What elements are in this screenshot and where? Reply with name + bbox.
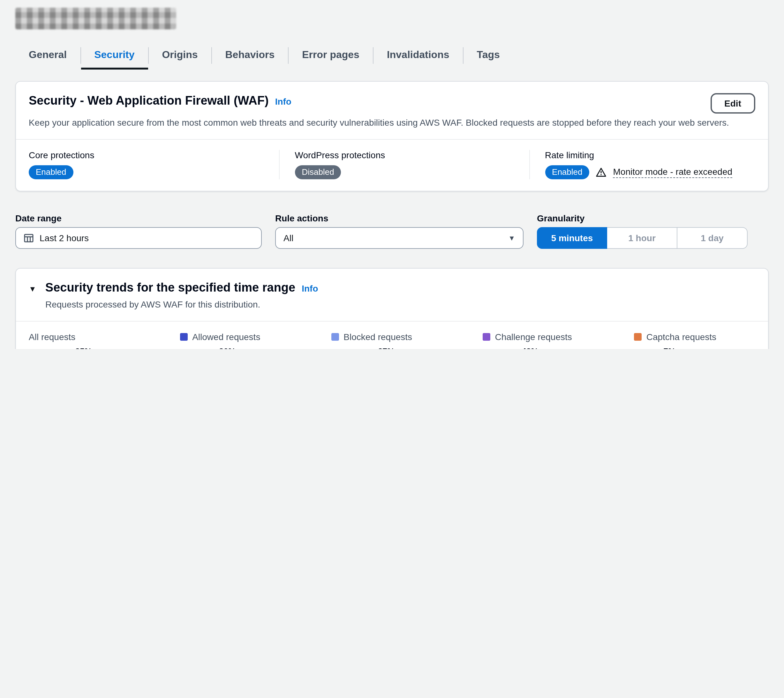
date-range-label: Date range <box>15 213 262 223</box>
metric-all-requests: All requests 2.2K ▲35% <box>29 332 180 349</box>
date-range-value: Last 2 hours <box>40 233 89 243</box>
metric-challenge-requests: Challenge requests 159 ▲42% <box>483 332 634 349</box>
core-protections-status-badge: Enabled <box>29 165 73 179</box>
filters-row: Date range Last 2 hours Rule actions All… <box>15 213 769 249</box>
tab-tags[interactable]: Tags <box>463 41 513 69</box>
tab-behaviors[interactable]: Behaviors <box>212 41 288 69</box>
metric-label: Allowed requests <box>192 332 260 342</box>
wordpress-protections-label: WordPress protections <box>295 150 519 160</box>
tab-invalidations[interactable]: Invalidations <box>373 41 463 69</box>
metric-blocked-requests: Blocked requests 1.3K ▲37% <box>331 332 483 349</box>
rate-limiting: Rate limiting Enabled Monitor mode - rat… <box>529 150 755 179</box>
collapse-caret-icon[interactable]: ▼ <box>29 285 36 293</box>
metric-label: Captcha requests <box>646 332 716 342</box>
rate-limiting-status-badge: Enabled <box>545 165 589 179</box>
rule-actions-value: All <box>284 233 293 243</box>
tab-bar: General Security Origins Behaviors Error… <box>15 41 769 69</box>
allowed-legend-swatch <box>180 333 188 341</box>
wordpress-protections-status-badge: Disabled <box>295 165 341 179</box>
warning-icon <box>596 167 607 177</box>
metric-delta: ▲35% <box>67 346 92 349</box>
granularity-label: Granularity <box>537 213 748 223</box>
rule-actions-filter: Rule actions All ▼ <box>275 213 523 249</box>
waf-info-link[interactable]: Info <box>275 96 291 107</box>
page: General Security Origins Behaviors Error… <box>0 0 784 349</box>
tab-general[interactable]: General <box>15 41 80 69</box>
waf-panel: Security - Web Application Firewall (WAF… <box>15 81 769 191</box>
edit-button[interactable]: Edit <box>710 93 755 114</box>
metric-value: 664 <box>180 346 209 349</box>
granularity-1-hour-button[interactable]: 1 hour <box>607 227 677 249</box>
granularity-filter: Granularity 5 minutes 1 hour 1 day <box>537 213 748 249</box>
metric-delta: ▲30% <box>211 346 236 349</box>
tab-origins[interactable]: Origins <box>149 41 211 69</box>
metric-delta: ▲37% <box>370 346 394 349</box>
rule-actions-label: Rule actions <box>275 213 523 223</box>
blocked-legend-swatch <box>331 333 339 341</box>
metric-label: All requests <box>29 332 75 342</box>
trends-title: Security trends for the specified time r… <box>45 280 295 295</box>
granularity-5-minutes-button[interactable]: 5 minutes <box>537 227 607 249</box>
chevron-down-icon: ▼ <box>508 234 515 242</box>
tab-error-pages[interactable]: Error pages <box>289 41 373 69</box>
header <box>15 8 769 30</box>
challenge-legend-swatch <box>483 333 491 341</box>
trends-subtitle: Requests processed by AWS WAF for this d… <box>45 298 755 311</box>
core-protections: Core protections Enabled <box>29 150 279 179</box>
metric-value: 2.2K <box>29 346 65 349</box>
distribution-name-redacted <box>15 8 176 30</box>
metric-value: 15 <box>634 346 654 349</box>
core-protections-label: Core protections <box>29 150 269 160</box>
metric-delta: ▲7% <box>655 346 675 349</box>
security-trends-panel: ▼ Security trends for the specified time… <box>15 268 769 349</box>
metric-value: 159 <box>483 346 512 349</box>
protections-row: Core protections Enabled WordPress prote… <box>16 140 768 191</box>
rate-limit-monitor-link[interactable]: Monitor mode - rate exceeded <box>613 166 733 178</box>
wordpress-protections: WordPress protections Disabled <box>279 150 529 179</box>
tab-security[interactable]: Security <box>81 41 148 69</box>
metric-label: Challenge requests <box>495 332 572 342</box>
metric-value: 1.3K <box>331 346 368 349</box>
metric-captcha-requests: Captcha requests 15 ▲7% <box>634 332 755 349</box>
metric-allowed-requests: Allowed requests 664 ▲30% <box>180 332 331 349</box>
metric-delta: ▲42% <box>513 346 538 349</box>
rate-limiting-label: Rate limiting <box>545 150 745 160</box>
captcha-legend-swatch <box>634 333 642 341</box>
date-range-input[interactable]: Last 2 hours <box>15 227 262 249</box>
waf-panel-title: Security - Web Application Firewall (WAF… <box>29 93 269 109</box>
granularity-1-day-button[interactable]: 1 day <box>677 227 748 249</box>
waf-description: Keep your application secure from the mo… <box>29 116 755 129</box>
trends-info-link[interactable]: Info <box>302 283 318 293</box>
calendar-icon <box>24 233 34 243</box>
metrics-row: All requests 2.2K ▲35% Allowed requests … <box>16 321 768 349</box>
rule-actions-select[interactable]: All ▼ <box>275 227 523 249</box>
metric-label: Blocked requests <box>343 332 412 342</box>
granularity-segmented-control: 5 minutes 1 hour 1 day <box>537 227 748 249</box>
date-range-filter: Date range Last 2 hours <box>15 213 262 249</box>
